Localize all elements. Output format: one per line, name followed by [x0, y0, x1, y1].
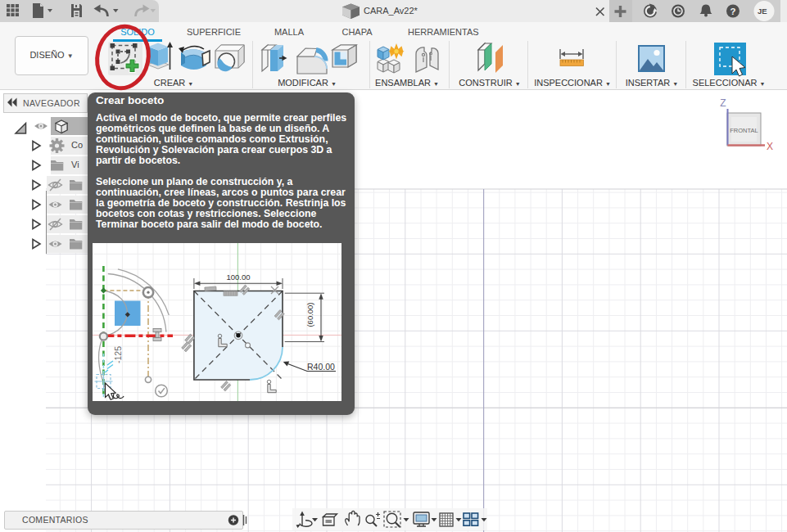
svg-text:FRONTAL: FRONTAL: [730, 127, 758, 134]
svg-text:R40.00: R40.00: [307, 362, 335, 372]
svg-text:100.00: 100.00: [226, 273, 250, 282]
svg-text:-125: -125: [113, 346, 123, 363]
svg-text:Z: Z: [720, 97, 726, 109]
svg-text:?: ?: [730, 7, 735, 16]
svg-text:X: X: [767, 141, 773, 152]
svg-text:(60.00): (60.00): [305, 302, 314, 327]
